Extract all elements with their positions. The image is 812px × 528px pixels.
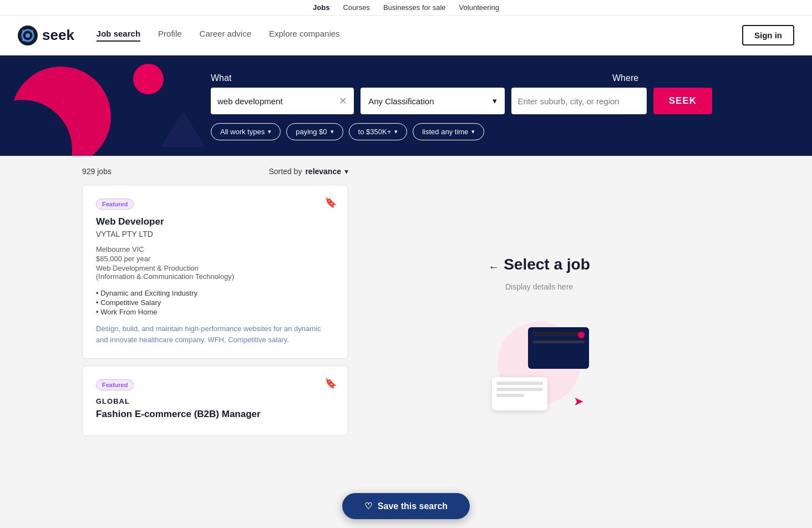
logo[interactable]: seek: [18, 26, 74, 45]
classification-value: Any Classification: [368, 97, 434, 106]
bullet-item: Work From Home: [96, 307, 334, 317]
illus-card-white: [492, 377, 547, 410]
sort-chevron-icon: ▾: [344, 167, 348, 176]
what-input[interactable]: [217, 97, 339, 106]
bookmark-icon[interactable]: 🔖: [324, 377, 337, 389]
illus-card-dark: [528, 327, 589, 369]
filter-listed-time-label: listed any time: [422, 128, 468, 136]
svg-point-2: [26, 33, 30, 38]
results-left: 929 jobs Sorted by relevance ▾ Featured …: [82, 167, 348, 478]
illus-cursor-icon: ➤: [574, 394, 583, 409]
job-category: Web Development & Production (Informatio…: [96, 264, 334, 281]
select-job-title: Select a job: [504, 256, 590, 273]
sorted-by-value: relevance: [305, 167, 341, 176]
filter-row: All work types ▾ paying $0 ▾ to $350K+ ▾…: [211, 123, 712, 140]
top-nav-businesses[interactable]: Businesses for sale: [383, 3, 446, 12]
job-location: Melbourne VIC: [96, 245, 334, 253]
nav-job-search[interactable]: Job search: [97, 29, 140, 42]
svg-point-5: [22, 39, 24, 41]
nav-profile[interactable]: Profile: [158, 29, 182, 42]
filter-work-types-chevron: ▾: [268, 128, 271, 135]
bullet-item: Dynamic and Exciting Industry: [96, 288, 334, 298]
classification-select[interactable]: Any Classification ▾: [361, 88, 504, 114]
top-nav: Jobs Courses Businesses for sale Volunte…: [0, 0, 812, 16]
job-description: Design, build, and maintain high-perform…: [96, 323, 334, 345]
what-label: What: [211, 73, 422, 83]
job-salary: $85,000 per year: [96, 255, 334, 263]
bullet-item: Competitive Salary: [96, 298, 334, 307]
filter-paying[interactable]: paying $0 ▾: [286, 123, 343, 140]
svg-point-3: [22, 30, 24, 32]
results-meta: 929 jobs Sorted by relevance ▾: [82, 167, 348, 176]
seek-button[interactable]: SEEK: [653, 88, 712, 114]
top-nav-courses[interactable]: Courses: [343, 3, 369, 12]
bookmark-icon[interactable]: 🔖: [324, 196, 337, 209]
results-count: 929 jobs: [82, 167, 111, 176]
nav-explore-companies[interactable]: Explore companies: [269, 29, 340, 42]
where-label: Where: [612, 73, 638, 83]
main-header: seek Job search Profile Career advice Ex…: [0, 16, 812, 55]
top-nav-volunteering[interactable]: Volunteering: [459, 3, 499, 12]
nav-career-advice[interactable]: Career advice: [200, 29, 251, 42]
main-nav: Job search Profile Career advice Explore…: [97, 29, 742, 42]
search-what-container: ✕: [211, 88, 354, 114]
search-where-container: [511, 88, 647, 114]
hero-section: What Where ✕ Any Classification ▾ SEEK: [0, 55, 812, 156]
filter-listed-time[interactable]: listed any time ▾: [413, 123, 484, 140]
featured-badge: Featured: [96, 379, 134, 390]
results-area: 929 jobs Sorted by relevance ▾ Featured …: [73, 156, 739, 489]
select-job-panel: ← Select a job Display details here: [477, 233, 601, 435]
job-company-logo-text: GLOBAL: [96, 397, 334, 405]
filter-paying-label: paying $0: [296, 128, 327, 136]
search-row: ✕ Any Classification ▾ SEEK: [211, 88, 712, 114]
job-bullets: Dynamic and Exciting Industry Competitiv…: [96, 288, 334, 317]
classification-chevron-icon: ▾: [493, 96, 497, 106]
job-company: VYTAL PTY LTD: [96, 230, 334, 238]
where-input[interactable]: [518, 97, 640, 106]
sort-by[interactable]: Sorted by relevance ▾: [268, 167, 348, 176]
seek-logo-icon: [18, 26, 38, 45]
featured-badge: Featured: [96, 199, 134, 210]
illus-red-dot: [578, 332, 585, 338]
job-title: Fashion E-commerce (B2B) Manager: [96, 409, 334, 420]
filter-to-salary-chevron: ▾: [394, 128, 398, 135]
filter-listed-time-chevron: ▾: [471, 128, 475, 135]
filter-work-types[interactable]: All work types ▾: [211, 123, 281, 140]
top-nav-jobs[interactable]: Jobs: [313, 3, 329, 12]
job-card[interactable]: Featured 🔖 Web Developer VYTAL PTY LTD M…: [82, 185, 348, 359]
job-illustration: ➤: [488, 313, 590, 413]
search-labels: What Where: [211, 73, 712, 83]
clear-icon[interactable]: ✕: [339, 95, 347, 107]
select-job-arrow-icon: ←: [488, 261, 499, 273]
filter-paying-chevron: ▾: [331, 128, 334, 135]
svg-point-4: [31, 30, 33, 32]
filter-to-salary-label: to $350K+: [358, 128, 392, 136]
job-card[interactable]: Featured 🔖 GLOBAL Fashion E-commerce (B2…: [82, 365, 348, 436]
sign-in-button[interactable]: Sign in: [742, 25, 794, 45]
results-right: ← Select a job Display details here: [348, 167, 730, 478]
job-title: Web Developer: [96, 216, 334, 227]
filter-to-salary[interactable]: to $350K+ ▾: [349, 123, 408, 140]
sorted-by-label: Sorted by: [268, 167, 302, 176]
logo-text: seek: [42, 27, 74, 44]
select-job-subtitle: Display details here: [488, 282, 590, 291]
filter-work-types-label: All work types: [220, 128, 265, 136]
